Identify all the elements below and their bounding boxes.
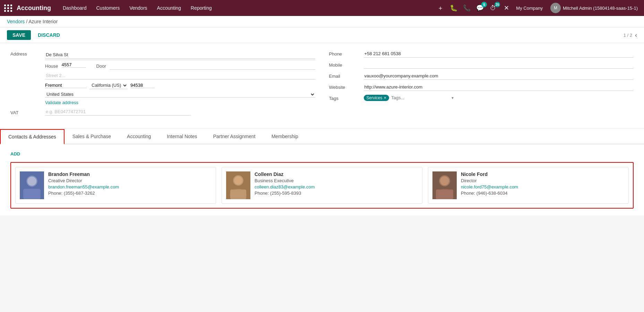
app-brand: Accounting [17,5,51,12]
state-select[interactable]: California (US) [89,82,128,89]
contact-email-1[interactable]: colleen.diaz83@example.com [255,184,315,189]
company-name: My Company [516,6,543,11]
contact-photo-1 [226,171,250,199]
user-avatar: M [550,3,561,13]
tab-notes[interactable]: Internal Notes [159,129,205,144]
street-field[interactable] [45,50,315,60]
country-select[interactable]: United States [45,91,315,98]
toolbar: SAVE DISCARD 1 / 2 ‹ [0,27,644,43]
tag-remove-icon[interactable]: × [384,95,387,100]
phone-input[interactable] [364,50,634,58]
address-label: Address [10,50,45,57]
mobile-input[interactable] [364,61,634,69]
svg-rect-14 [436,189,453,199]
company-selector[interactable]: My Company [513,6,546,11]
user-name: Mitchell Admin (15804148-saas-15-1) [563,6,638,11]
contact-photo-2 [432,171,457,199]
phone-label: Phone [329,50,364,57]
pager-text: 1 / 2 [624,33,632,38]
contact-info-2: Nicole Ford Director nicole.ford75@examp… [461,171,518,199]
tag-services[interactable]: Services × [364,95,389,101]
nav-customers[interactable]: Customers [92,3,124,13]
add-contact-button[interactable]: ADD [10,150,20,158]
svg-rect-9 [230,189,246,199]
contact-name-0: Brandon Freeman [48,171,119,177]
tags-dropdown-icon[interactable]: ▾ [452,95,454,100]
contact-photo-0 [20,171,44,199]
street2-input[interactable] [45,72,315,79]
contact-details-section: Phone Mobile Email Website [329,50,634,121]
vat-row: VAT [10,108,315,116]
app-grid-icon[interactable] [3,3,13,13]
website-input[interactable] [364,83,634,91]
nav-vendors[interactable]: Vendors [125,3,151,13]
pager-back-arrow[interactable]: ‹ [635,32,637,38]
contact-card-2[interactable]: Nicole Ford Director nicole.ford75@examp… [428,167,629,204]
svg-point-3 [27,177,36,186]
contact-info-0: Brandon Freeman Creative Director brando… [48,171,119,199]
phone-icon[interactable]: 📞 [462,3,472,13]
house-label: House [45,62,58,70]
nav-dashboard[interactable]: Dashboard [59,3,91,13]
svg-point-7 [234,176,242,185]
discard-button[interactable]: DISCARD [35,30,63,40]
door-input[interactable] [110,62,315,70]
top-nav: Accounting Dashboard Customers Vendors A… [0,0,644,16]
clock-icon[interactable]: ⏱ 35 [488,3,498,13]
address-section: Address House Door [10,50,315,121]
contact-phone-0: Phone: (355)-687-3262 [48,191,119,196]
validate-address-link[interactable]: Validate address [45,100,78,105]
contact-card-0[interactable]: Brandon Freeman Creative Director brando… [15,167,216,204]
street-input[interactable] [45,51,315,59]
address-block: House Door California (US) [45,50,315,105]
save-button[interactable]: SAVE [7,30,31,40]
tags-label: Tags [329,94,364,101]
breadcrumb: Vendors / Azure Interior [0,16,644,27]
city-input[interactable] [45,83,87,88]
email-input[interactable] [364,72,634,80]
clock-badge: 35 [495,2,500,7]
mobile-label: Mobile [329,61,364,68]
contact-card-1[interactable]: Colleen Diaz Business Executive colleen.… [222,167,422,204]
house-input[interactable] [62,62,86,68]
chat-icon[interactable]: 💬 6 [475,3,485,13]
add-icon[interactable]: ＋ [436,3,445,13]
tab-sales[interactable]: Sales & Purchase [65,129,119,144]
svg-point-12 [440,176,449,185]
contacts-section: ADD Brandon Freeman Creative Director br… [0,144,644,216]
website-label: Website [329,83,364,90]
user-menu[interactable]: M Mitchell Admin (15804148-saas-15-1) [548,3,641,13]
nav-accounting[interactable]: Accounting [153,3,185,13]
breadcrumb-parent[interactable]: Vendors [7,19,25,24]
tab-membership[interactable]: Membership [264,129,306,144]
contact-name-2: Nicole Ford [461,171,518,177]
tags-container: Services × ▾ [364,95,634,101]
tab-accounting[interactable]: Accounting [119,129,159,144]
bug-icon[interactable]: 🐛 [449,3,458,13]
contact-role-2: Director [461,178,518,183]
tags-input[interactable] [391,95,449,100]
door-label: Door [96,62,106,70]
contact-email-0[interactable]: brandon.freeman55@example.com [48,184,119,189]
zip-input[interactable] [130,83,155,88]
email-label: Email [329,72,364,79]
contact-phone-1: Phone: (255)-595-8393 [255,191,315,196]
contact-email-2[interactable]: nicole.ford75@example.com [461,184,518,189]
nav-reporting[interactable]: Reporting [187,3,216,13]
contact-info-1: Colleen Diaz Business Executive colleen.… [255,171,315,199]
settings-icon[interactable]: ✕ [501,3,511,13]
tab-partner[interactable]: Partner Assignment [205,129,264,144]
contacts-grid: Brandon Freeman Creative Director brando… [10,162,634,209]
tab-contacts[interactable]: Contacts & Addresses [0,129,65,144]
contact-phone-2: Phone: (946)-638-6034 [461,191,518,196]
chat-badge: 6 [481,2,487,7]
vat-label: VAT [10,109,45,115]
pager: 1 / 2 ‹ [624,32,637,38]
form-card: Address House Door [0,43,644,128]
svg-rect-4 [23,189,41,199]
contact-name-1: Colleen Diaz [255,171,315,177]
contact-role-1: Business Executive [255,178,315,183]
contact-role-0: Creative Director [48,178,119,183]
tabs-bar: Contacts & Addresses Sales & Purchase Ac… [0,128,644,144]
vat-input[interactable] [45,108,191,116]
